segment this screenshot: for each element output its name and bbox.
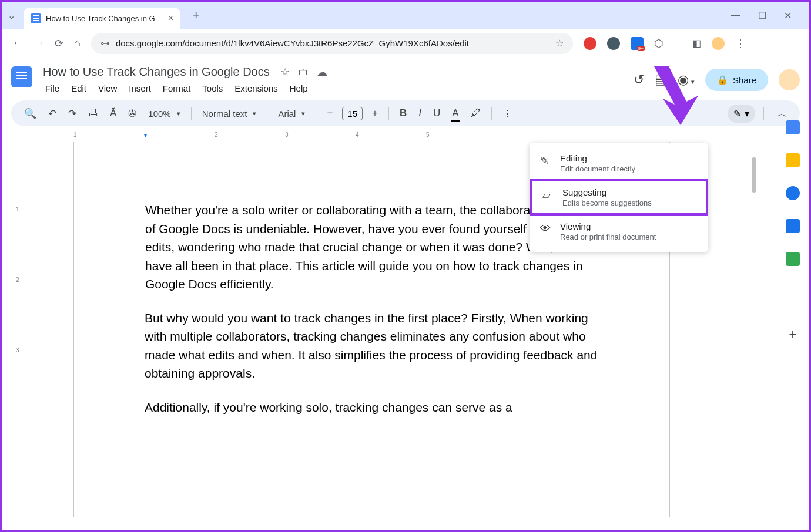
fontsize-input[interactable]: 15 <box>342 107 363 120</box>
profile-avatar-icon[interactable] <box>712 37 725 50</box>
sidepanel-icon[interactable]: ◧ <box>692 38 701 49</box>
tasks-app-icon[interactable] <box>786 186 800 200</box>
menu-help[interactable]: Help <box>285 81 313 96</box>
mode-title: Editing <box>560 153 698 163</box>
mode-title: Viewing <box>560 221 698 231</box>
mode-subtitle: Edit document directly <box>560 164 698 173</box>
pencil-icon: ✎ <box>540 154 552 173</box>
suggest-icon: ▱ <box>542 188 554 207</box>
mode-suggesting-item[interactable]: ▱ Suggesting Edits become suggestions <box>530 179 708 216</box>
maximize-icon[interactable]: ☐ <box>758 10 766 21</box>
star-icon[interactable]: ☆ <box>280 66 290 79</box>
dropdown-arrow-icon: ▾ <box>745 108 749 119</box>
address-bar: ← → ⟳ ⌂ ⊶ docs.google.com/document/d/1lk… <box>2 29 809 58</box>
underline-button[interactable]: U <box>428 104 445 123</box>
forward-button[interactable]: → <box>33 37 44 49</box>
url-field[interactable]: ⊶ docs.google.com/document/d/1lkv4V6Aiew… <box>91 33 573 54</box>
paint-format-button[interactable]: ✇ <box>123 104 141 123</box>
keep-app-icon[interactable] <box>786 153 800 167</box>
increase-fontsize-button[interactable]: + <box>367 104 383 123</box>
ext-icon-2[interactable] <box>607 37 620 50</box>
undo-button[interactable]: ↶ <box>43 104 61 123</box>
mode-subtitle: Read or print final document <box>560 233 698 241</box>
paragraph-style-select[interactable]: Normal text <box>197 106 262 121</box>
maps-app-icon[interactable] <box>786 252 800 266</box>
menu-format[interactable]: Format <box>158 81 196 96</box>
horizontal-ruler[interactable]: 1 ▾ 2 3 4 5 <box>73 131 795 142</box>
add-addon-button[interactable]: + <box>786 327 800 341</box>
contacts-app-icon[interactable] <box>786 219 800 233</box>
lock-icon: 🔒 <box>717 75 728 85</box>
editing-mode-button[interactable]: ✎ ▾ <box>728 105 755 123</box>
menu-edit[interactable]: Edit <box>66 81 91 96</box>
menu-bar: File Edit View Insert Format Tools Exten… <box>41 81 625 96</box>
menu-file[interactable]: File <box>41 81 64 96</box>
close-window-icon[interactable]: ✕ <box>784 10 792 21</box>
tab-search-icon[interactable]: ⌄ <box>8 10 15 21</box>
ext-ublock-icon[interactable] <box>584 37 596 50</box>
new-tab-button[interactable]: + <box>192 8 200 23</box>
chrome-menu-icon[interactable]: ⋮ <box>735 37 746 50</box>
mode-subtitle: Edits become suggestions <box>562 198 695 207</box>
menu-view[interactable]: View <box>93 81 122 96</box>
close-tab-icon[interactable]: × <box>168 13 173 23</box>
paragraph-2: But why would you want to track changes … <box>145 309 599 383</box>
home-button[interactable]: ⌂ <box>74 37 81 49</box>
mode-title: Suggesting <box>562 187 695 197</box>
highlight-color-button[interactable]: 🖍 <box>466 104 485 123</box>
menu-insert[interactable]: Insert <box>124 81 156 96</box>
print-button[interactable]: 🖶 <box>83 104 103 123</box>
docs-favicon-icon <box>31 13 41 23</box>
vertical-ruler[interactable]: 1 2 3 <box>16 142 26 517</box>
editing-mode-dropdown: ✎ Editing Edit document directly ▱ Sugge… <box>530 143 708 252</box>
browser-tab[interactable]: How to Use Track Changes in G × <box>24 8 180 29</box>
mode-editing-item[interactable]: ✎ Editing Edit document directly <box>530 147 708 179</box>
more-tools-button[interactable]: ⋮ <box>498 104 517 123</box>
window-controls: — ☐ ✕ <box>731 10 803 21</box>
text-color-button[interactable]: A <box>447 104 463 123</box>
extensions-menu-icon[interactable]: ⬡ <box>654 37 663 50</box>
paragraph-3: Additionally, if you're working solo, tr… <box>145 398 599 417</box>
move-icon[interactable]: 🗀 <box>298 66 309 78</box>
docs-logo-icon[interactable] <box>11 66 32 87</box>
menu-extensions[interactable]: Extensions <box>230 81 282 96</box>
side-panel: + <box>786 120 800 341</box>
zoom-select[interactable]: 100% <box>143 106 185 121</box>
back-button[interactable]: ← <box>12 37 23 49</box>
tab-title: How to Use Track Changes in G <box>46 14 163 23</box>
font-select[interactable]: Arial <box>273 106 310 121</box>
bookmark-star-icon[interactable]: ☆ <box>555 38 564 49</box>
italic-button[interactable]: I <box>414 104 426 123</box>
eye-icon: 👁 <box>540 223 552 241</box>
cloud-status-icon[interactable]: ☁ <box>317 66 327 79</box>
account-avatar[interactable] <box>779 69 800 90</box>
share-button[interactable]: 🔒 Share <box>705 69 768 91</box>
site-info-icon[interactable]: ⊶ <box>100 38 110 49</box>
url-text: docs.google.com/document/d/1lkv4V6AiewCY… <box>116 38 549 48</box>
indent-marker-icon[interactable]: ▾ <box>144 132 147 139</box>
decrease-fontsize-button[interactable]: − <box>322 104 337 123</box>
scrollbar-thumb[interactable] <box>752 157 756 193</box>
search-menus-icon[interactable]: 🔍 <box>19 104 41 123</box>
mode-viewing-item[interactable]: 👁 Viewing Read or print final document <box>530 216 708 247</box>
calendar-app-icon[interactable] <box>786 120 800 134</box>
extensions-area: 9+ ⬡ ◧ ⋮ <box>584 37 746 50</box>
annotation-arrow-icon <box>642 63 701 130</box>
minimize-icon[interactable]: — <box>731 10 740 21</box>
reload-button[interactable]: ⟳ <box>55 37 63 50</box>
pencil-icon: ✎ <box>733 108 741 119</box>
browser-tab-strip: ⌄ How to Use Track Changes in G × + — ☐ … <box>2 2 809 29</box>
ext-icon-3[interactable]: 9+ <box>631 37 644 50</box>
redo-button[interactable]: ↷ <box>63 104 81 123</box>
menu-tools[interactable]: Tools <box>197 81 227 96</box>
bold-button[interactable]: B <box>395 104 411 123</box>
spellcheck-button[interactable]: Ă <box>105 104 121 123</box>
share-label: Share <box>733 75 756 85</box>
document-title[interactable]: How to Use Track Changes in Google Docs <box>41 64 272 80</box>
